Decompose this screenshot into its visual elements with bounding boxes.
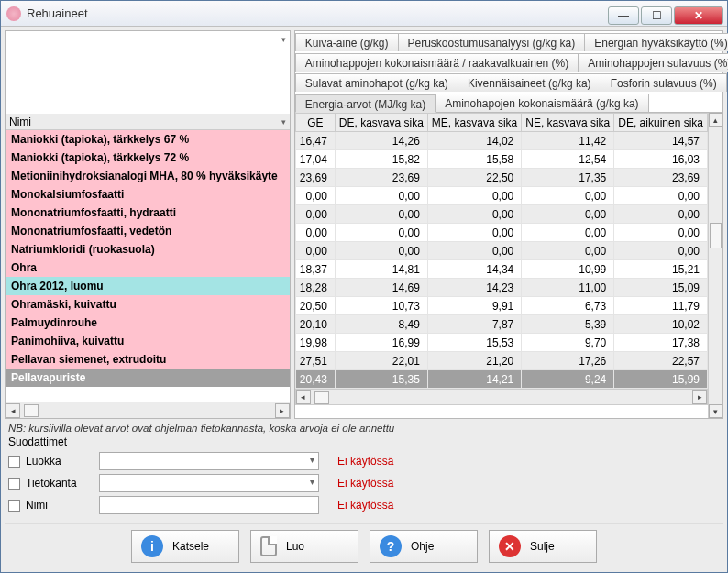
grid-cell[interactable]: 10,02 [614,315,708,334]
grid-cell[interactable]: 15,82 [335,150,427,169]
grid-vertical-scrollbar[interactable]: ▴ ▾ [708,113,722,418]
grid-cell[interactable]: 14,26 [335,132,427,150]
tab[interactable]: Energia-arvot (MJ/kg ka) [295,94,436,113]
tab[interactable]: Kivennäisaineet (g/kg ka) [458,73,601,92]
grid-cell[interactable]: 7,87 [427,315,521,334]
grid-cell[interactable]: 10,73 [335,297,427,315]
grid-cell[interactable]: 0,00 [427,224,521,242]
maximize-button[interactable]: ☐ [641,6,672,25]
grid-cell[interactable]: 19,98 [295,334,335,352]
filter-combo[interactable] [99,474,319,492]
grid-cell[interactable]: 0,00 [614,205,708,224]
grid-cell[interactable]: 9,91 [427,297,521,315]
filter-combo[interactable] [99,452,319,470]
grid-cell[interactable]: 14,21 [427,370,521,389]
grid-cell[interactable]: 10,99 [522,260,614,279]
list-item[interactable]: Pellavan siemenet, extrudoitu [6,350,290,369]
tab[interactable]: Aminohappojen sulavuus (%) [578,53,728,72]
column-header[interactable]: GE [295,114,335,132]
list-item[interactable]: Pellavapuriste [6,369,290,387]
grid-scroll-left-icon[interactable]: ◂ [296,390,311,404]
grid-cell[interactable]: 22,57 [614,352,708,370]
grid-cell[interactable]: 0,00 [614,187,708,205]
grid-cell[interactable]: 14,23 [427,279,521,297]
grid-cell[interactable]: 17,38 [614,334,708,352]
list-item[interactable]: Panimohiiva, kuivattu [6,332,290,350]
scroll-left-icon[interactable]: ◂ [6,403,20,418]
grid-cell[interactable]: 12,54 [522,150,614,169]
grid-cell[interactable]: 0,00 [427,242,521,260]
list-item[interactable]: Monokalsiumfosfaatti [6,185,290,204]
grid-cell[interactable]: 17,35 [522,169,614,187]
grid-cell[interactable]: 0,00 [522,205,614,224]
grid-cell[interactable]: 22,01 [335,352,427,370]
grid-cell[interactable]: 0,00 [295,242,335,260]
grid-cell[interactable]: 23,69 [295,169,335,187]
close-button[interactable]: ✕Sulje [489,530,597,563]
column-header[interactable]: DE, aikuinen sika [614,114,708,132]
grid-cell[interactable]: 0,00 [335,224,427,242]
grid-cell[interactable]: 15,53 [427,334,521,352]
close-window-button[interactable]: ✕ [674,6,723,25]
filter-input[interactable] [99,496,319,514]
filter-checkbox[interactable] [8,500,20,512]
column-header[interactable]: DE, kasvava sika [335,114,427,132]
grid-cell[interactable]: 18,28 [295,279,335,297]
list-item[interactable]: Mononatriumfosfaatti, hydraatti [6,204,290,222]
grid-scroll-down-icon[interactable]: ▾ [709,404,722,418]
grid-cell[interactable]: 18,37 [295,260,335,279]
grid-cell[interactable]: 0,00 [295,187,335,205]
grid-cell[interactable]: 20,43 [295,370,335,389]
tab[interactable]: Energian hyväksikäyttö (%) [584,33,728,51]
grid-cell[interactable]: 0,00 [522,187,614,205]
tab[interactable]: Kuiva-aine (g/kg) [295,33,399,51]
list-item[interactable]: Metioniinihydroksianalogi MHA, 80 % hyvä… [6,167,290,185]
scroll-thumb[interactable] [24,404,39,417]
grid-cell[interactable]: 9,24 [522,370,614,389]
list-item[interactable]: Ohra [6,259,290,277]
grid-cell[interactable]: 14,69 [335,279,427,297]
grid-cell[interactable]: 0,00 [427,205,521,224]
grid-cell[interactable]: 23,69 [614,169,708,187]
tab[interactable]: Sulavat aminohapot (g/kg ka) [295,73,458,92]
minimize-button[interactable]: — [608,6,639,25]
grid-cell[interactable]: 17,04 [295,150,335,169]
grid-cell[interactable]: 27,51 [295,352,335,370]
grid-cell[interactable]: 0,00 [614,224,708,242]
grid-cell[interactable]: 15,58 [427,150,521,169]
grid-cell[interactable]: 17,26 [522,352,614,370]
list-item[interactable]: Maniokki (tapioka), tärkkelys 72 % [6,149,290,167]
grid-cell[interactable]: 14,34 [427,260,521,279]
grid-cell[interactable]: 21,20 [427,352,521,370]
grid-cell[interactable]: 9,70 [522,334,614,352]
grid-cell[interactable]: 15,09 [614,279,708,297]
tab[interactable]: Fosforin sulavuus (%) [601,73,727,92]
create-button[interactable]: Luo [250,530,358,563]
left-column-header[interactable]: Nimi [6,114,290,130]
view-button[interactable]: iKatsele [131,530,239,563]
grid-scroll-right-icon[interactable]: ▸ [692,390,707,404]
list-item[interactable]: Ohramäski, kuivattu [6,295,290,314]
grid-cell[interactable]: 15,35 [335,370,427,389]
grid-cell[interactable]: 22,50 [427,169,521,187]
grid-cell[interactable]: 14,57 [614,132,708,150]
grid-cell[interactable]: 16,99 [335,334,427,352]
grid-cell[interactable]: 11,42 [522,132,614,150]
grid-cell[interactable]: 0,00 [335,187,427,205]
filter-checkbox[interactable] [8,478,20,490]
grid-horizontal-scrollbar[interactable]: ◂ ▸ [295,389,708,405]
help-button[interactable]: ?Ohje [370,530,478,563]
list-item[interactable]: Natriumkloridi (ruokasuola) [6,240,290,259]
grid-cell[interactable]: 8,49 [335,315,427,334]
column-header[interactable]: NE, kasvava sika [522,114,614,132]
list-item[interactable]: Ohra 2012, luomu [6,277,290,295]
grid-cell[interactable]: 11,79 [614,297,708,315]
grid-cell[interactable]: 20,10 [295,315,335,334]
grid-cell[interactable]: 23,69 [335,169,427,187]
grid-cell[interactable]: 11,00 [522,279,614,297]
grid-cell[interactable]: 0,00 [522,224,614,242]
column-header[interactable]: ME, kasvava sika [427,114,521,132]
grid-cell[interactable]: 5,39 [522,315,614,334]
grid-cell[interactable]: 15,21 [614,260,708,279]
grid-cell[interactable]: 20,50 [295,297,335,315]
